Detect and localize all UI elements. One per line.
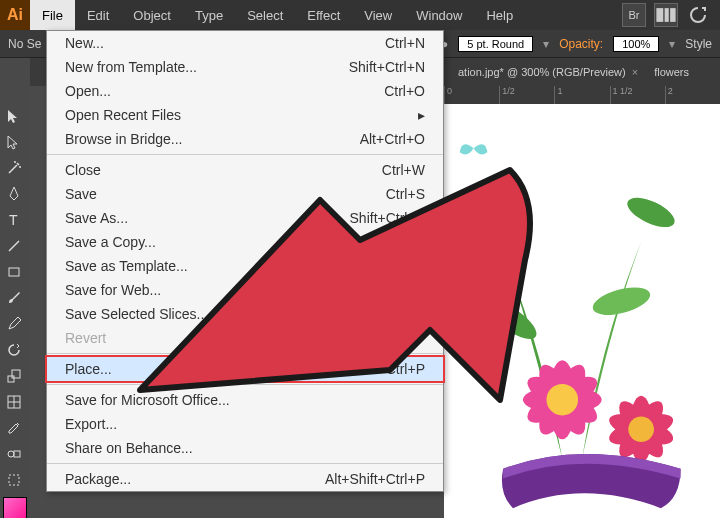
svg-point-15 [623, 192, 679, 233]
tab-label: flowers [654, 66, 689, 78]
menu-revert: Revert [47, 326, 443, 350]
blend-tool[interactable] [0, 441, 28, 467]
svg-line-4 [9, 241, 19, 251]
svg-point-30 [628, 416, 654, 442]
menu-export[interactable]: Export... [47, 412, 443, 436]
pencil-tool[interactable] [0, 311, 28, 337]
bridge-icon[interactable]: Br [622, 3, 646, 27]
menu-close[interactable]: CloseCtrl+W [47, 158, 443, 182]
stroke-profile-select[interactable]: 5 pt. Round [458, 36, 533, 52]
menu-save-web[interactable]: Save for Web...Alt+Shift+Ctrl+S [47, 278, 443, 302]
menu-edit[interactable]: Edit [75, 0, 121, 30]
document-tab-1[interactable]: ation.jpg* @ 300% (RGB/Preview) × [450, 62, 646, 82]
file-menu-dropdown: New...Ctrl+N New from Template...Shift+C… [46, 30, 444, 492]
menu-separator [47, 384, 443, 385]
ruler-mark: 1 1/2 [610, 86, 665, 104]
menu-separator [47, 154, 443, 155]
menu-file[interactable]: File [30, 0, 75, 30]
menu-bar: File Edit Object Type Select Effect View… [30, 0, 525, 30]
no-selection-label: No Se [8, 37, 41, 51]
tab-label: ation.jpg* @ 300% (RGB/Preview) [458, 66, 626, 78]
menu-type[interactable]: Type [183, 0, 235, 30]
fill-color-swatch[interactable] [3, 497, 27, 518]
menu-new[interactable]: New...Ctrl+N [47, 31, 443, 55]
ruler-mark: 0 [444, 86, 499, 104]
line-tool[interactable] [0, 233, 28, 259]
canvas[interactable] [444, 104, 720, 518]
opacity-label: Opacity: [559, 37, 603, 51]
svg-point-33 [491, 185, 499, 193]
menu-save-template[interactable]: Save as Template... [47, 254, 443, 278]
close-icon[interactable]: × [632, 66, 638, 78]
svg-rect-7 [12, 370, 20, 378]
menu-open[interactable]: Open...Ctrl+O [47, 79, 443, 103]
menu-save[interactable]: SaveCtrl+S [47, 182, 443, 206]
menu-select[interactable]: Select [235, 0, 295, 30]
menu-browse-bridge[interactable]: Browse in Bridge...Alt+Ctrl+O [47, 127, 443, 151]
tools-panel: T [0, 58, 30, 518]
type-tool[interactable]: T [0, 207, 28, 233]
svg-point-24 [547, 384, 579, 416]
opacity-input[interactable]: 100% [613, 36, 659, 52]
selection-tool[interactable] [0, 103, 28, 129]
arrange-icon[interactable] [654, 3, 678, 27]
rotate-tool[interactable] [0, 337, 28, 363]
rectangle-tool[interactable] [0, 259, 28, 285]
menu-new-template[interactable]: New from Template...Shift+Ctrl+N [47, 55, 443, 79]
menu-package[interactable]: Package...Alt+Shift+Ctrl+P [47, 467, 443, 491]
direct-selection-tool[interactable] [0, 129, 28, 155]
menu-save-copy[interactable]: Save a Copy...Alt+Ctrl+S [47, 230, 443, 254]
svg-point-11 [8, 451, 14, 457]
menu-object[interactable]: Object [121, 0, 183, 30]
svg-point-17 [484, 296, 542, 345]
svg-rect-1 [665, 8, 669, 22]
menu-help[interactable]: Help [474, 0, 525, 30]
svg-rect-0 [656, 8, 663, 22]
svg-rect-13 [9, 475, 19, 485]
magic-wand-tool[interactable] [0, 155, 28, 181]
document-tab-2[interactable]: flowers [646, 62, 697, 82]
svg-rect-5 [9, 268, 19, 276]
style-label: Style [685, 37, 712, 51]
app-logo: Ai [0, 0, 30, 30]
ruler-mark: 2 [665, 86, 720, 104]
eyedropper-tool[interactable] [0, 415, 28, 441]
submenu-arrow-icon: ▸ [418, 107, 425, 123]
ruler-mark: 1 [554, 86, 609, 104]
menu-view[interactable]: View [352, 0, 404, 30]
scale-tool[interactable] [0, 363, 28, 389]
horizontal-ruler: 0 1/2 1 1 1/2 2 [444, 86, 720, 104]
menu-window[interactable]: Window [404, 0, 474, 30]
menu-open-recent[interactable]: Open Recent Files▸ [47, 103, 443, 127]
menu-share-behance[interactable]: Share on Behance... [47, 436, 443, 460]
svg-point-32 [508, 174, 518, 184]
menu-separator [47, 353, 443, 354]
app-header: Ai File Edit Object Type Select Effect V… [0, 0, 720, 30]
menu-separator [47, 463, 443, 464]
svg-rect-12 [14, 451, 20, 457]
mesh-tool[interactable] [0, 389, 28, 415]
menu-place[interactable]: Place...Shift+Ctrl+P [45, 355, 445, 383]
menu-save-office[interactable]: Save for Microsoft Office... [47, 388, 443, 412]
svg-rect-6 [8, 376, 14, 382]
ruler-mark: 1/2 [499, 86, 554, 104]
svg-point-16 [590, 282, 653, 320]
header-icons: Br [622, 3, 720, 27]
menu-save-as[interactable]: Save As...Shift+Ctrl+S [47, 206, 443, 230]
svg-rect-2 [670, 8, 676, 22]
artwork-flowers [444, 104, 720, 518]
menu-save-slices[interactable]: Save Selected Slices... [47, 302, 443, 326]
pen-tool[interactable] [0, 181, 28, 207]
paintbrush-tool[interactable] [0, 285, 28, 311]
artboard-tool[interactable] [0, 467, 28, 493]
sync-icon[interactable] [686, 3, 710, 27]
menu-effect[interactable]: Effect [295, 0, 352, 30]
svg-point-14 [470, 203, 517, 242]
svg-text:T: T [9, 212, 18, 228]
